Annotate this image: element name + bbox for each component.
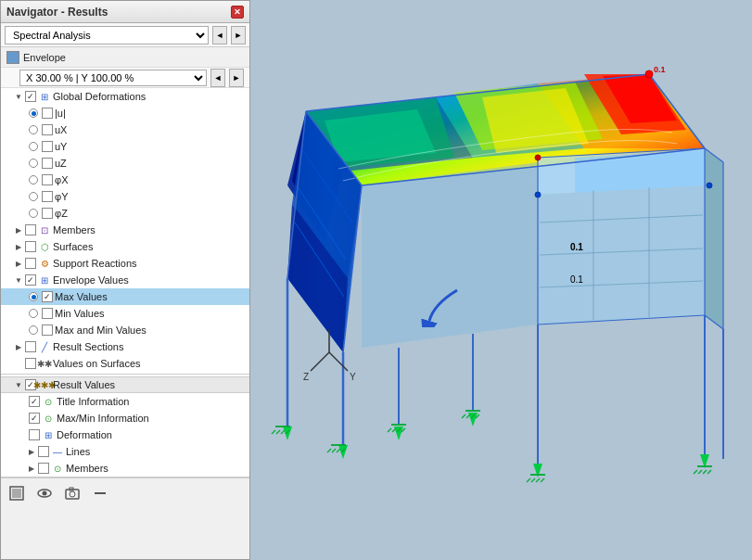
tree-area[interactable]: ▼ ⊞ Global Deformations |u| uX xyxy=(1,88,249,477)
radio-uy[interactable] xyxy=(29,142,38,151)
tree-item-phiy[interactable]: φY xyxy=(1,188,249,205)
tree-item-members[interactable]: ▶ ⊡ Members xyxy=(1,222,249,238)
tree-item-u-abs[interactable]: |u| xyxy=(1,105,249,121)
tree-item-uz[interactable]: uZ xyxy=(1,155,249,172)
checkbox-ux[interactable] xyxy=(42,124,53,135)
values-on-surfaces-label: Values on Surfaces xyxy=(53,358,141,369)
tree-item-global-deformations[interactable]: ▼ ⊞ Global Deformations xyxy=(1,88,249,105)
checkbox-phiz[interactable] xyxy=(42,208,53,219)
tree-item-max-min-values[interactable]: Max and Min Values xyxy=(1,322,249,338)
checkbox-maxmin-info[interactable] xyxy=(29,413,40,424)
radio-phiy[interactable] xyxy=(29,192,38,201)
analysis-dropdown[interactable]: Spectral Analysis Static Analysis Modal … xyxy=(5,26,209,45)
tree-item-support-reactions[interactable]: ▶ ⚙ Support Reactions xyxy=(1,255,249,272)
dropdown-row: Spectral Analysis Static Analysis Modal … xyxy=(1,23,249,47)
tree-item-uy[interactable]: uY xyxy=(1,138,249,155)
checkbox-support-reactions[interactable] xyxy=(25,258,36,269)
checkbox-uz[interactable] xyxy=(42,158,53,169)
checkbox-phix[interactable] xyxy=(42,174,53,185)
lines-icon: — xyxy=(51,445,64,458)
checkbox-min-values[interactable] xyxy=(42,308,53,319)
toolbar-line-button[interactable] xyxy=(90,483,110,503)
checkbox-u-abs[interactable] xyxy=(42,108,53,119)
expand-arrow-result-values[interactable]: ▼ xyxy=(14,380,23,389)
svg-text:Z: Z xyxy=(303,372,309,382)
svg-text:0.1: 0.1 xyxy=(654,65,666,74)
expand-arrow[interactable]: ▼ xyxy=(14,92,23,101)
checkbox-max-values[interactable] xyxy=(42,291,53,302)
bottom-toolbar xyxy=(1,477,249,507)
checkbox-surfaces[interactable] xyxy=(25,241,36,252)
view-area: Z Y 0.1 0.1 0.1 xyxy=(250,0,752,560)
radio-max-values[interactable] xyxy=(29,292,38,301)
tree-item-surfaces[interactable]: ▶ ⬡ Surfaces xyxy=(1,238,249,255)
maxmin-info-icon: ⊙ xyxy=(42,412,55,425)
members-sub-label: Members xyxy=(66,463,108,474)
tree-item-lines[interactable]: ▶ — Lines xyxy=(1,443,249,460)
toolbar-visibility-button[interactable] xyxy=(34,483,55,503)
checkbox-envelope-values[interactable] xyxy=(25,274,36,286)
checkbox-title-info[interactable] xyxy=(29,396,40,407)
checkbox-global-deformations[interactable] xyxy=(25,91,36,102)
tree-item-envelope-values[interactable]: ▼ ⊞ Envelope Values xyxy=(1,272,249,288)
svg-point-5 xyxy=(70,491,75,497)
lines-label: Lines xyxy=(66,446,90,457)
expand-arrow-envelope[interactable]: ▼ xyxy=(14,275,23,285)
envelope-checkbox[interactable] xyxy=(6,51,19,64)
3d-view-svg: Z Y 0.1 0.1 0.1 xyxy=(250,0,752,560)
percent-select[interactable]: X 30.00 % | Y 100.00 % xyxy=(19,70,207,86)
checkbox-lines[interactable] xyxy=(38,446,49,457)
prev-arrow-button[interactable]: ◄ xyxy=(212,26,227,45)
tree-item-ux[interactable]: uX xyxy=(1,121,249,138)
support-reactions-icon: ⚙ xyxy=(38,257,51,270)
svg-point-104 xyxy=(535,155,541,160)
radio-phix[interactable] xyxy=(29,175,38,185)
surfaces-label: Surfaces xyxy=(53,241,93,252)
percent-prev-button[interactable]: ◄ xyxy=(210,69,225,87)
radio-ux[interactable] xyxy=(29,125,38,134)
tree-item-title-information[interactable]: ⊙ Title Information xyxy=(1,393,249,410)
tree-item-deformation[interactable]: ⊞ Deformation xyxy=(1,426,249,443)
next-arrow-button[interactable]: ► xyxy=(231,26,246,45)
tree-item-members-sub[interactable]: ▶ ⊙ Members xyxy=(1,460,249,477)
tree-item-maxmin-information[interactable]: ⊙ Max/Min Information xyxy=(1,410,249,426)
checkbox-result-sections[interactable] xyxy=(25,341,36,352)
tree-item-max-values[interactable]: Max Values xyxy=(1,288,249,305)
svg-point-106 xyxy=(707,183,712,188)
radio-uz[interactable] xyxy=(29,159,38,168)
close-button[interactable]: ✕ xyxy=(231,6,244,19)
checkbox-values-on-surfaces[interactable] xyxy=(25,358,36,369)
checkbox-uy[interactable] xyxy=(42,141,53,152)
checkbox-members[interactable] xyxy=(25,224,36,235)
expand-arrow-result-sections[interactable]: ▶ xyxy=(14,342,23,351)
checkbox-members-sub[interactable] xyxy=(38,463,49,474)
tree-item-min-values[interactable]: Min Values xyxy=(1,305,249,322)
expand-arrow-members-sub[interactable]: ▶ xyxy=(27,464,36,473)
toolbar-display-button[interactable] xyxy=(6,483,27,503)
percent-next-button[interactable]: ► xyxy=(229,69,244,87)
expand-arrow-members[interactable]: ▶ xyxy=(14,225,23,235)
expand-arrow-support[interactable]: ▶ xyxy=(14,259,23,268)
deformation-label: Deformation xyxy=(57,429,112,440)
toolbar-camera-button[interactable] xyxy=(62,483,83,503)
tree-item-values-on-surfaces[interactable]: ▶ ✱✱ Values on Surfaces xyxy=(1,355,249,372)
expand-arrow-surfaces[interactable]: ▶ xyxy=(14,242,23,251)
tree-item-result-values[interactable]: ▼ ✱✱✱ Result Values xyxy=(1,376,249,393)
radio-phiz[interactable] xyxy=(29,209,38,218)
max-min-values-label: Max and Min Values xyxy=(55,325,147,336)
checkbox-phiy[interactable] xyxy=(42,191,53,202)
checkbox-deformation[interactable] xyxy=(29,429,40,440)
tree-item-phix[interactable]: φX xyxy=(1,172,249,188)
tree-item-phiz[interactable]: φZ xyxy=(1,205,249,222)
max-values-label: Max Values xyxy=(55,291,108,302)
ux-label: uX xyxy=(55,124,67,135)
tree-item-result-sections[interactable]: ▶ ╱ Result Sections xyxy=(1,338,249,355)
svg-point-103 xyxy=(645,70,653,78)
svg-marker-30 xyxy=(538,185,705,325)
expand-arrow-lines[interactable]: ▶ xyxy=(27,447,36,456)
radio-u-abs[interactable] xyxy=(29,108,38,118)
radio-max-min-values[interactable] xyxy=(29,325,38,335)
deformation-icon: ⊞ xyxy=(42,428,55,441)
radio-min-values[interactable] xyxy=(29,309,38,318)
checkbox-max-min-values[interactable] xyxy=(42,325,53,336)
